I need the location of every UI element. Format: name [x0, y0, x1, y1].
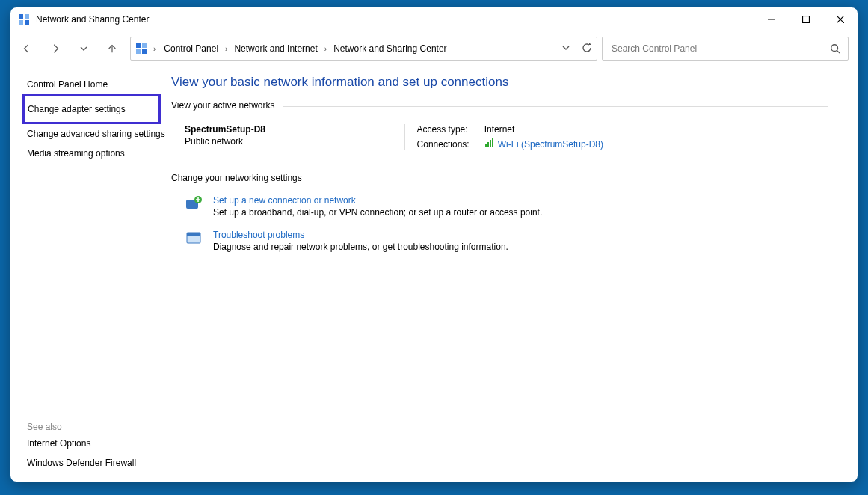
- main-content: View your basic network information and …: [171, 66, 858, 482]
- svg-point-13: [831, 45, 838, 52]
- setup-connection-desc: Set up a broadband, dial-up, or VPN conn…: [213, 207, 542, 218]
- page-title: View your basic network information and …: [171, 75, 828, 90]
- up-button[interactable]: [100, 37, 124, 61]
- sidebar-item-media-streaming[interactable]: Media streaming options: [25, 144, 168, 163]
- svg-rect-17: [490, 140, 491, 147]
- svg-rect-1: [25, 14, 29, 19]
- titlebar: Network and Sharing Center: [10, 7, 858, 31]
- minimize-button[interactable]: [754, 8, 789, 31]
- back-button[interactable]: [15, 37, 39, 61]
- nav-toolbar: › Control Panel › Network and Internet ›…: [10, 31, 858, 66]
- network-type: Public network: [185, 136, 375, 147]
- svg-rect-0: [19, 14, 23, 19]
- connection-name: Wi-Fi (SpectrumSetup-D8): [498, 139, 603, 150]
- sidebar: Control Panel Home Change adapter settin…: [10, 66, 171, 482]
- sidebar-item-internet-options[interactable]: Internet Options: [25, 434, 168, 453]
- network-identity: SpectrumSetup-D8 Public network: [185, 124, 375, 150]
- svg-rect-16: [487, 142, 489, 147]
- svg-rect-3: [25, 20, 29, 25]
- window-controls: [754, 8, 858, 31]
- window: Network and Sharing Center › Control Pan…: [10, 7, 858, 482]
- see-also-label: See also: [25, 416, 168, 434]
- refresh-button[interactable]: [582, 43, 592, 55]
- section-text: Change your networking settings: [171, 173, 302, 183]
- svg-rect-10: [142, 43, 147, 48]
- active-network-block: SpectrumSetup-D8 Public network Access t…: [185, 124, 603, 150]
- address-dropdown-button[interactable]: [561, 43, 571, 55]
- access-type-value: Internet: [484, 124, 603, 135]
- connections-label: Connections:: [417, 139, 470, 150]
- address-bar[interactable]: › Control Panel › Network and Internet ›…: [130, 37, 597, 61]
- chevron-right-icon[interactable]: ›: [323, 45, 328, 53]
- network-name: SpectrumSetup-D8: [185, 124, 375, 135]
- svg-rect-18: [492, 138, 493, 147]
- forward-button[interactable]: [43, 37, 67, 61]
- window-title: Network and Sharing Center: [36, 14, 149, 25]
- breadcrumb-control-panel[interactable]: Control Panel: [161, 42, 221, 55]
- svg-rect-15: [485, 144, 487, 147]
- divider: [310, 179, 828, 179]
- wifi-signal-icon: [484, 138, 495, 150]
- chevron-right-icon[interactable]: ›: [152, 45, 157, 53]
- connection-link[interactable]: Wi-Fi (SpectrumSetup-D8): [484, 138, 603, 150]
- maximize-button[interactable]: [789, 8, 823, 31]
- troubleshoot-link[interactable]: Troubleshoot problems: [213, 230, 508, 240]
- svg-rect-5: [803, 16, 810, 23]
- svg-rect-22: [187, 233, 200, 236]
- breadcrumb-network-internet[interactable]: Network and Internet: [232, 42, 319, 55]
- chevron-right-icon[interactable]: ›: [224, 45, 229, 53]
- sidebar-item-advanced-sharing[interactable]: Change advanced sharing settings: [25, 124, 168, 144]
- network-details: Access type: Internet Connections: Wi-Fi…: [404, 124, 603, 150]
- troubleshoot-icon: [185, 230, 203, 248]
- search-input[interactable]: [610, 43, 830, 55]
- svg-line-14: [837, 51, 840, 54]
- search-icon[interactable]: [830, 43, 840, 54]
- section-text: View your active networks: [171, 100, 275, 111]
- sidebar-item-defender-firewall[interactable]: Windows Defender Firewall: [25, 453, 168, 473]
- setup-connection-icon: [185, 195, 203, 213]
- troubleshoot-desc: Diagnose and repair network problems, or…: [213, 242, 508, 252]
- svg-rect-11: [136, 49, 141, 54]
- active-networks-label: View your active networks: [171, 100, 828, 111]
- svg-rect-2: [19, 20, 23, 25]
- access-type-label: Access type:: [417, 124, 470, 135]
- breadcrumb-network-sharing[interactable]: Network and Sharing Center: [331, 42, 449, 55]
- troubleshoot-item: Troubleshoot problems Diagnose and repai…: [185, 230, 828, 252]
- close-button[interactable]: [823, 8, 858, 31]
- sidebar-item-adapter-settings[interactable]: Change adapter settings: [22, 94, 161, 124]
- recent-locations-button[interactable]: [72, 37, 96, 61]
- sidebar-item-home[interactable]: Control Panel Home: [25, 75, 168, 94]
- setup-connection-link[interactable]: Set up a new connection or network: [213, 195, 542, 206]
- network-sharing-icon: [18, 13, 30, 25]
- divider: [283, 106, 828, 107]
- svg-rect-12: [142, 49, 147, 54]
- body: Control Panel Home Change adapter settin…: [10, 66, 858, 482]
- search-bar[interactable]: [602, 37, 849, 61]
- change-settings-label: Change your networking settings: [171, 173, 828, 183]
- network-sharing-icon: [135, 43, 147, 55]
- svg-rect-9: [136, 43, 141, 48]
- setup-connection-item: Set up a new connection or network Set u…: [185, 195, 828, 218]
- breadcrumbs: Control Panel › Network and Internet › N…: [161, 42, 449, 55]
